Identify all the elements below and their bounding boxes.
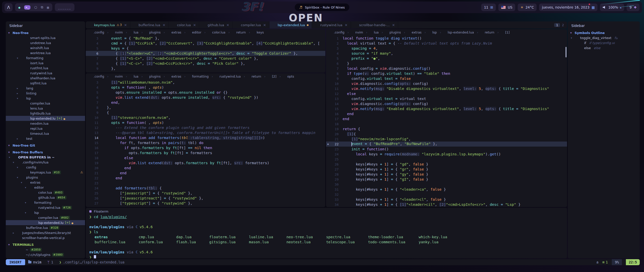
tree-item[interactable]: ▾ OPEN BUFFERS in ~ xyxy=(6,155,85,160)
code-line[interactable]: 25 ["javascript"] = { "rustywind" }, xyxy=(86,191,325,196)
tree-item[interactable]: rustywind.lua xyxy=(6,71,85,76)
tree-item[interactable]: github.lua #654 xyxy=(6,195,85,200)
tree-item[interactable]: winshift.lua xyxy=(6,45,85,50)
breadcrumb-item[interactable]: lsp-extended.lua xyxy=(443,30,480,34)
code-line[interactable]: 15 for ft, formatters in pairs(t: tbl) d… xyxy=(86,140,325,145)
close-icon[interactable]: × xyxy=(263,23,266,27)
close-icon[interactable]: × xyxy=(226,23,229,27)
music-widget[interactable]: ♬ Spiritbox - Rule Of Nines xyxy=(295,4,349,11)
tree-item[interactable]: lightbulb.lua xyxy=(6,111,85,116)
code-line[interactable]: 6 vim.list_extend(dst: opts.ensure_insta… xyxy=(86,95,325,100)
breadcrumb-item[interactable]: extras xyxy=(407,30,427,34)
code-line[interactable]: 5 keys = { xyxy=(86,46,325,51)
tree-item[interactable]: neodim.lua xyxy=(6,121,85,126)
code-line[interactable]: 7 local config = vim.diagnostic.config() xyxy=(326,66,567,71)
breadcrumb-item[interactable]: lsp xyxy=(428,30,443,34)
code-line[interactable]: 7 { [1]"<S-C>", [2]"<cmd>CccConvert<cr>"… xyxy=(86,56,325,61)
code-line[interactable]: 4 source = "if_many", xyxy=(326,51,567,56)
section-header[interactable]: ▾ Neo-Tree Git xyxy=(6,143,85,148)
code-line[interactable]: 34 keys[#keys + 1] = { [1]"<leader>cil",… xyxy=(326,202,567,207)
breadcrumb-item[interactable]: extras xyxy=(167,75,187,78)
outline-item[interactable]: if if type(config.vi xyxy=(568,40,640,45)
tree-item[interactable]: ▾ editor xyxy=(6,185,85,190)
code-line[interactable]: 6 } xyxy=(326,61,567,66)
tree-item[interactable]: ▾ .config/nvim/lua xyxy=(6,160,85,165)
scrollbar-handle[interactable] xyxy=(566,47,567,57)
code-line[interactable]: 28 keys[#keys + 1] = { "gy", false } xyxy=(326,172,567,177)
tree-item[interactable]: keymaps.lua #10 ⚠ xyxy=(6,170,85,175)
code-line[interactable]: 3 event = { "BufRead" }, xyxy=(86,36,325,41)
code-line[interactable]: 21 [1]"neovim/nvim-lspconfig", xyxy=(326,137,567,142)
breadcrumb-item[interactable]: plugins xyxy=(144,75,167,78)
code-line[interactable]: 8 }, xyxy=(86,105,325,110)
terminal-prompt-line[interactable]: ❯ xyxy=(89,255,564,258)
tree-item[interactable]: lsp-extended.lu [+] xyxy=(6,220,85,225)
breadcrumb-item[interactable]: lua xyxy=(129,75,144,78)
tree-item[interactable]: ▸ lang xyxy=(6,86,85,91)
editor-tab[interactable]: keymaps.lua ⚠3 × xyxy=(86,21,130,28)
code-line[interactable]: 12 else xyxy=(326,91,567,96)
code-line[interactable]: 16 end xyxy=(326,111,567,116)
breadcrumb-item[interactable]: extras xyxy=(167,30,187,34)
code-line[interactable]: 20 [1]{ xyxy=(326,131,567,137)
tree-item[interactable]: undotree.lua xyxy=(6,40,85,45)
code-line[interactable]: 27 keys[#keys + 1] = { "gr", false } xyxy=(326,167,567,172)
workspace-icon[interactable]: ⬡ xyxy=(34,6,37,9)
window-title-pill[interactable]: ______ xyxy=(55,3,75,11)
tree-item[interactable]: ▾ extras xyxy=(6,180,85,185)
tree-item[interactable]: isort.lua xyxy=(6,60,85,65)
tree-item[interactable]: shellharden.lua xyxy=(6,76,85,81)
code-line[interactable]: 18 else xyxy=(86,155,325,160)
weather-widget[interactable]: ☀ 24°C xyxy=(518,4,537,11)
tabpage-number[interactable]: 1 xyxy=(554,23,560,27)
code-line[interactable]: 17 end xyxy=(326,116,567,121)
code-line[interactable]: 27 ["typescript"] = { "rustywind" }, xyxy=(86,201,325,206)
code-line[interactable]: 14 vim.diagnostic.config(opts: config) xyxy=(326,101,567,106)
close-icon[interactable]: × xyxy=(163,23,166,27)
tree-item[interactable]: ▾ lsp xyxy=(6,210,85,215)
branch-segment[interactable]: ᛘ 1 xyxy=(44,259,56,265)
code-line[interactable]: 11 opts = function(_, opts) xyxy=(86,120,325,125)
code-line[interactable]: 8 { [1]"<C-c>", [2]"<cmd>CccPick<cr>", d… xyxy=(86,61,325,66)
code-line[interactable]: 12 --- Extend the conform plugin config … xyxy=(86,125,325,130)
editor-tab[interactable]: github.lua × xyxy=(199,21,232,28)
breadcrumb-item[interactable]: [1] xyxy=(500,30,510,34)
section-header[interactable]: ▾ TERMINALS xyxy=(6,242,85,247)
code-line[interactable]: 3 [1]"williamboman/mason.nvim", xyxy=(86,80,325,85)
outline-item[interactable]: ▾ toggle_diag_virtext fu xyxy=(568,35,640,40)
code-line[interactable]: 23 init = function() xyxy=(326,147,567,152)
section-header[interactable]: ▾ Neo-Tree xyxy=(6,30,85,35)
section-header[interactable]: ▾ Symbols Outline xyxy=(568,30,640,35)
code-line[interactable]: 5 prefix = "●", xyxy=(326,56,567,61)
tree-item[interactable]: compiler.lua #682 xyxy=(6,215,85,220)
tree-item[interactable]: ~/.c/n/l/plugins #3980 xyxy=(6,252,85,257)
breadcrumb-item[interactable]: rustywind.lua xyxy=(215,75,247,78)
code-line[interactable]: 13 ---@param tbl table<string, conform.F… xyxy=(86,130,325,135)
code-line[interactable]: 22 end xyxy=(86,176,325,181)
code-line[interactable]: 33 keys[#keys + 1] = { "<leader>cl", fal… xyxy=(326,197,567,202)
breadcrumb-item[interactable]: .config xyxy=(329,30,350,34)
outline-item[interactable]: else else xyxy=(568,45,640,50)
editor-tab[interactable]: bufferline.lua × xyxy=(130,21,169,28)
code-line[interactable]: ● 22 event = { "BufReadPre", "BufNewFile… xyxy=(326,142,567,147)
launcher-button[interactable]: Λ xyxy=(5,3,13,11)
code-line[interactable]: 3 spacing = 4, xyxy=(326,46,567,51)
editor-tab[interactable]: scrollbar-handle-… × xyxy=(351,21,398,28)
code-line[interactable]: 14 local function add_formatters(tbl :ta… xyxy=(86,135,325,140)
volume-widget[interactable]: 100% ▴ xyxy=(600,4,624,11)
code-line[interactable]: 9 config.virtual_text = false xyxy=(326,76,567,81)
tree-item[interactable]: worktree.lua xyxy=(6,50,85,55)
code-line[interactable]: 9 { xyxy=(86,110,325,115)
code-line[interactable]: 4 cmd = { [1]"CccPick", [2]"CccConvert",… xyxy=(86,41,325,46)
breadcrumb-item[interactable]: .config xyxy=(89,75,110,78)
tree-item[interactable]: rustywind.lua #726 xyxy=(6,205,85,210)
code-line[interactable]: 8 if type(v: config.virtual_text) == "ta… xyxy=(326,71,567,76)
workspace-icon[interactable]: >_ xyxy=(24,5,30,10)
tab-indicator[interactable]: ⊞1 xyxy=(602,260,608,264)
code-line[interactable]: 19 return { xyxy=(326,126,567,131)
tree-item[interactable]: lens.lua xyxy=(6,106,85,111)
keyboard-layout-widget[interactable]: US xyxy=(498,4,515,11)
editor-tab[interactable]: lsp-extended.lua ● xyxy=(269,21,312,28)
tree-item[interactable]: ▸ linting xyxy=(6,91,85,96)
code-line[interactable]: 9 }, xyxy=(86,66,325,71)
